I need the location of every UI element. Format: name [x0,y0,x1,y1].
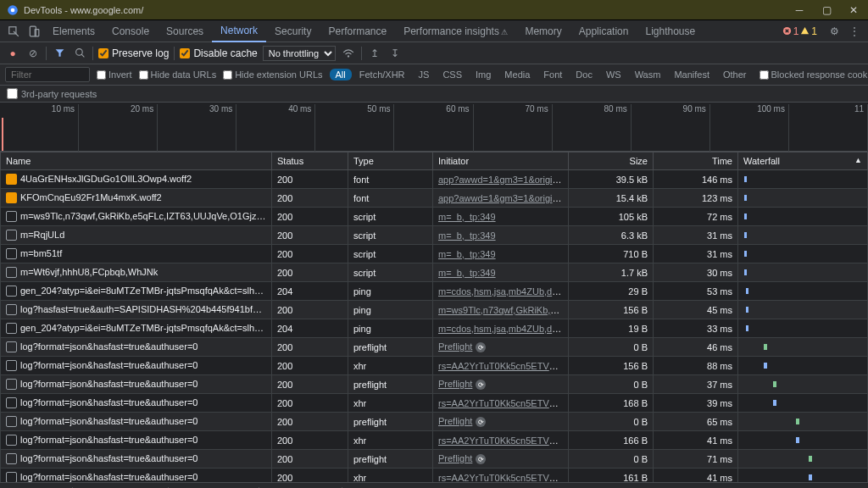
warning-badge[interactable]: 1 [800,25,817,37]
filter-pill-fetch-xhr[interactable]: Fetch/XHR [353,69,411,80]
cell-initiator[interactable]: Preflight⟳ [433,450,569,469]
filter-pill-font[interactable]: Font [537,69,568,80]
disable-cache-checkbox[interactable]: Disable cache [180,47,257,59]
maximize-button[interactable]: ▢ [819,4,834,16]
tab-performance-insights[interactable]: Performance insights ⚠ [395,20,516,42]
cell-name[interactable]: log?format=json&hasfast=true&authuser=0 [1,394,272,413]
cell-name[interactable]: log?format=json&hasfast=true&authuser=0 [1,450,272,469]
cell-name[interactable]: log?format=json&hasfast=true&authuser=0 [1,375,272,394]
cell-initiator[interactable]: m=_b,_tp:349 [433,226,569,245]
table-row[interactable]: log?format=json&hasfast=true&authuser=02… [1,357,868,375]
tab-performance[interactable]: Performance [320,20,395,42]
search-icon[interactable] [72,46,87,61]
filter-pill-img[interactable]: Img [470,69,497,80]
blocked-cookies-checkbox[interactable]: Blocked response cookies [760,69,869,80]
table-row[interactable]: 4UaGrENHsxJlGDuGo1OIlL3Owp4.woff2200font… [1,170,868,189]
cell-initiator[interactable]: rs=AA2YrTuT0Kk5cn5ETVkWk70FjQ… [433,394,569,413]
timeline-overview[interactable]: 10 ms20 ms30 ms40 ms50 ms60 ms70 ms80 ms… [0,103,868,152]
cell-name[interactable]: gen_204?atyp=i&ei=8uMTZeTMBr-jqtsPmsqfqA… [1,319,272,338]
filter-pill-all[interactable]: All [330,69,352,80]
table-row[interactable]: log?format=json&hasfast=true&authuser=02… [1,431,868,450]
cell-initiator[interactable]: rs=AA2YrTuT0Kk5cn5ETVkWk70FjQ… [433,357,569,375]
tab-sources[interactable]: Sources [158,20,212,42]
filter-pill-manifest[interactable]: Manifest [668,69,715,80]
cell-initiator[interactable]: m=_b,_tp:349 [433,245,569,263]
tab-application[interactable]: Application [570,20,637,42]
download-icon[interactable]: ↧ [387,46,403,61]
cell-initiator[interactable]: rs=AA2YrTuT0Kk5cn5ETVkWk70FjQ… [433,469,569,483]
cell-name[interactable]: log?format=json&hasfast=true&authuser=0 [1,338,272,357]
table-row[interactable]: m=RqjULd200scriptm=_b,_tp:3496.3 kB31 ms [1,226,868,245]
cell-initiator[interactable]: m=_b,_tp:349 [433,263,569,282]
error-badge[interactable]: 1 [782,25,799,37]
cell-name[interactable]: 4UaGrENHsxJlGDuGo1OIlL3Owp4.woff2 [1,170,272,189]
cell-initiator[interactable]: Preflight⟳ [433,375,569,394]
col-type[interactable]: Type [348,152,433,170]
settings-icon[interactable]: ⚙ [826,23,843,40]
table-row[interactable]: gen_204?atyp=i&ei=8uMTZeTMBr-jqtsPmsqfqA… [1,282,868,301]
table-row[interactable]: KFOmCnqEu92Fr1Mu4mxK.woff2200fontapp?aww… [1,189,868,208]
cell-initiator[interactable]: Preflight⟳ [433,338,569,357]
filter-pill-wasm[interactable]: Wasm [629,69,667,80]
table-row[interactable]: log?format=json&hasfast=true&authuser=02… [1,413,868,431]
inspect-icon[interactable] [5,23,22,40]
third-party-checkbox[interactable] [7,88,18,99]
cell-name[interactable]: gen_204?atyp=i&ei=8uMTZeTMBr-jqtsPmsqfqA… [1,282,272,301]
cell-name[interactable]: KFOmCnqEu92Fr1Mu4mxK.woff2 [1,189,272,208]
upload-icon[interactable]: ↥ [367,46,382,61]
table-row[interactable]: log?format=json&hasfast=true&authuser=02… [1,338,868,357]
filter-pill-js[interactable]: JS [413,69,436,80]
cell-initiator[interactable]: m=_b,_tp:349 [433,208,569,226]
cell-initiator[interactable]: Preflight⟳ [433,413,569,431]
tab-lighthouse[interactable]: Lighthouse [637,20,704,42]
cell-name[interactable]: log?format=json&hasfast=true&authuser=0 [1,431,272,450]
cell-name[interactable]: log?format=json&hasfast=true&authuser=0 [1,413,272,431]
filter-icon[interactable] [52,46,67,61]
cell-initiator[interactable]: app?awwd=1&gm3=1&origin=http… [433,189,569,208]
table-row[interactable]: log?format=json&hasfast=true&authuser=02… [1,469,868,483]
tab-console[interactable]: Console [103,20,158,42]
invert-checkbox[interactable]: Invert [97,69,132,80]
cell-name[interactable]: m=Wt6vjf,hhhU8,FCpbqb,WhJNk [1,263,272,282]
col-initiator[interactable]: Initiator [433,152,569,170]
table-row[interactable]: log?format=json&hasfast=true&authuser=02… [1,394,868,413]
device-icon[interactable] [25,23,42,40]
filter-pill-ws[interactable]: WS [600,69,627,80]
col-name[interactable]: Name [1,152,272,170]
tab-memory[interactable]: Memory [516,20,570,42]
tab-security[interactable]: Security [266,20,320,42]
cell-name[interactable]: m=ws9Tlc,n73qwf,GkRiKb,e5qFLc,IZT63,UUJq… [1,208,272,226]
cell-name[interactable]: log?format=json&hasfast=true&authuser=0 [1,469,272,483]
table-row[interactable]: log?hasfast=true&auth=SAPISIDHASH%204b44… [1,301,868,319]
cell-initiator[interactable]: m=cdos,hsm,jsa,mb4ZUb,d,csi,cEt90… [433,282,569,301]
cell-name[interactable]: log?hasfast=true&auth=SAPISIDHASH%204b44… [1,301,272,319]
cell-name[interactable]: m=RqjULd [1,226,272,245]
cell-initiator[interactable]: m=ws9Tlc,n73qwf,GkRiKb,e5qFLc,IZ… [433,301,569,319]
table-row[interactable]: log?format=json&hasfast=true&authuser=02… [1,450,868,469]
more-icon[interactable]: ⋮ [846,23,863,40]
network-table[interactable]: Name Status Type Initiator Size Time Wat… [0,152,868,482]
cell-initiator[interactable]: app?awwd=1&gm3=1&origin=http… [433,170,569,189]
tab-elements[interactable]: Elements [44,20,103,42]
filter-pill-css[interactable]: CSS [437,69,468,80]
cell-initiator[interactable]: m=cdos,hsm,jsa,mb4ZUb,d,csi,cEt90… [433,319,569,338]
table-row[interactable]: gen_204?atyp=i&ei=8uMTZeTMBr-jqtsPmsqfqA… [1,319,868,338]
throttling-select[interactable]: No throttling [263,46,336,61]
cell-initiator[interactable]: rs=AA2YrTuT0Kk5cn5ETVkWk70FjQ… [433,431,569,450]
hide-extension-urls-checkbox[interactable]: Hide extension URLs [223,69,322,80]
tab-network[interactable]: Network [212,20,266,42]
wifi-icon[interactable] [341,46,356,61]
cell-name[interactable]: m=bm51tf [1,245,272,263]
close-button[interactable]: ✕ [846,4,861,16]
col-waterfall[interactable]: Waterfall▲ [738,152,868,170]
filter-pill-media[interactable]: Media [498,69,536,80]
col-time[interactable]: Time [654,152,738,170]
filter-input[interactable] [5,67,90,82]
table-row[interactable]: m=Wt6vjf,hhhU8,FCpbqb,WhJNk200scriptm=_b… [1,263,868,282]
clear-icon[interactable]: ⊘ [25,46,41,61]
table-row[interactable]: m=bm51tf200scriptm=_b,_tp:349710 B31 ms [1,245,868,263]
hide-data-urls-checkbox[interactable]: Hide data URLs [139,69,217,80]
table-row[interactable]: log?format=json&hasfast=true&authuser=02… [1,375,868,394]
minimize-button[interactable]: ─ [792,4,807,16]
filter-pill-doc[interactable]: Doc [570,69,598,80]
